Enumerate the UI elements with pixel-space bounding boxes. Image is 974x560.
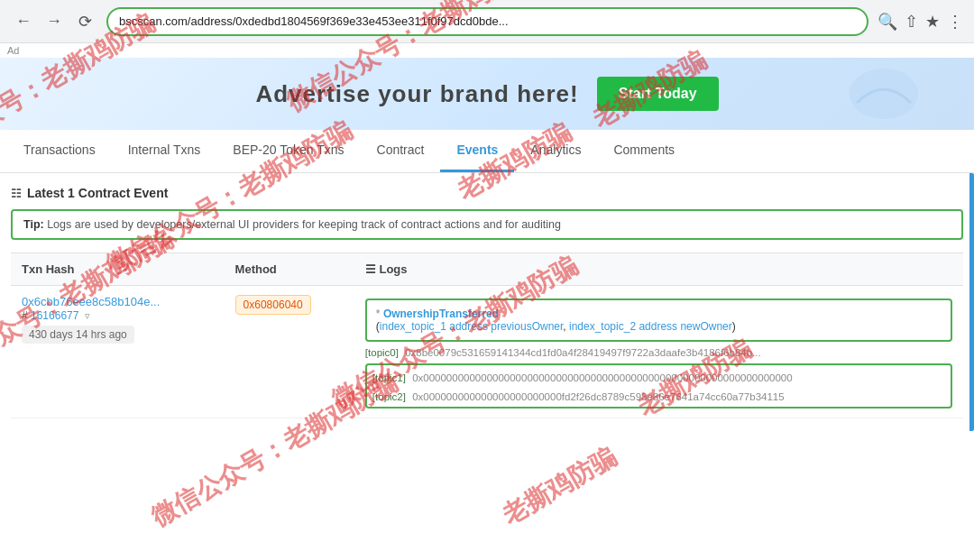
content-wrapper: ☷ Latest 1 Contract Event Tip: Logs are … (0, 173, 974, 431)
share-icon[interactable]: ⇧ (905, 12, 918, 32)
tab-internal-txns[interactable]: Internal Txns (112, 130, 217, 172)
ad-label: Ad (0, 43, 974, 58)
topic0-row: [topic0] 0x8be0079c531659141344cd1fd0a4f… (365, 344, 952, 361)
ad-decoration (848, 67, 920, 121)
ad-cta-button[interactable]: Start Today (597, 77, 719, 111)
param-2: index_topic_2 address newOwner (569, 320, 732, 333)
right-strip (969, 173, 974, 431)
back-button[interactable]: ← (11, 9, 36, 34)
topic1-value: 0x00000000000000000000000000000000000000… (412, 372, 792, 383)
topic1-label: [topic1] (372, 372, 406, 383)
tabs-bar: Transactions Internal Txns BEP-20 Token … (0, 130, 974, 173)
topic2-row: [topic2] 0x000000000000000000000000fd2f2… (372, 389, 945, 405)
search-icon[interactable]: 🔍 (878, 12, 897, 32)
col-logs: ☰ Logs (354, 253, 963, 286)
col-method: Method (225, 253, 354, 286)
block-link[interactable]: 16166677 (31, 309, 78, 322)
bookmark-icon[interactable]: ★ (925, 12, 940, 32)
topic1-row: [topic1] 0x00000000000000000000000000000… (372, 370, 945, 386)
browser-actions: 🔍 ⇧ ★ ⋮ (878, 12, 963, 32)
address-bar[interactable]: bscscan.com/address/0xdedbd1804569f369e3… (106, 7, 868, 36)
block-number-label: # (22, 309, 31, 322)
tip-text: Logs are used by developers/external UI … (47, 218, 561, 231)
tab-analytics[interactable]: Analytics (514, 130, 597, 172)
tab-contract[interactable]: Contract (361, 130, 441, 172)
logs-icon: ☰ (365, 262, 380, 276)
timestamp-badge: 430 days 14 hrs ago (22, 326, 134, 344)
logs-cell: * OwnershipTransferred (index_topic_1 ad… (354, 286, 963, 418)
method-badge: 0x60806040 (235, 295, 311, 315)
ad-banner: Advertise your brand here! Start Today (0, 58, 974, 130)
topic0-value: 0x8be0079c531659141344cd1fd0a4f28419497f… (405, 347, 761, 358)
tab-bep20[interactable]: BEP-20 Token Txns (216, 130, 360, 172)
filter-small-icon: ▿ (85, 310, 90, 321)
logs-box: * OwnershipTransferred (index_topic_1 ad… (365, 298, 952, 342)
tab-events[interactable]: Events (440, 130, 514, 172)
browser-bar: ← → ⟳ bscscan.com/address/0xdedbd1804569… (0, 0, 974, 43)
table-row: 0x6cbb76eee8c58b104e... # 16166677 ▿ 430… (11, 286, 963, 418)
col-txn-hash: Txn Hash (11, 253, 225, 286)
topic0-label: [topic0] (365, 347, 399, 358)
topic2-value: 0x000000000000000000000000fd2f26dc8789c5… (412, 391, 785, 402)
events-table: Txn Hash Method ☰ Logs 0x6cbb76eee8c58b1… (11, 252, 963, 418)
tip-label: Tip: (23, 218, 47, 231)
filter-icon: ☷ (11, 187, 22, 200)
reload-button[interactable]: ⟳ (72, 9, 97, 34)
event-name: OwnershipTransferred (383, 308, 499, 320)
tab-comments[interactable]: Comments (597, 130, 691, 172)
browser-icons: ← → ⟳ (11, 9, 97, 34)
tip-box: Tip: Logs are used by developers/externa… (11, 209, 963, 240)
event-name-line: * OwnershipTransferred (376, 308, 942, 320)
menu-icon[interactable]: ⋮ (947, 12, 963, 32)
svg-point-0 (850, 69, 918, 119)
section-title: ☷ Latest 1 Contract Event (11, 186, 963, 200)
txn-hash-link[interactable]: 0x6cbb76eee8c58b104e... (22, 295, 160, 308)
method-cell: 0x60806040 (225, 286, 354, 418)
ad-headline: Advertise your brand here! (255, 80, 578, 108)
forward-button[interactable]: → (41, 9, 67, 34)
param-1: index_topic_1 address previousOwner (380, 320, 563, 333)
topic1-box: [topic1] 0x00000000000000000000000000000… (365, 363, 952, 409)
url-text: bscscan.com/address/0xdedbd1804569f369e3… (119, 14, 509, 28)
tab-transactions[interactable]: Transactions (7, 130, 112, 172)
event-params-line: (index_topic_1 address previousOwner, in… (376, 320, 942, 333)
content-area: ☷ Latest 1 Contract Event Tip: Logs are … (0, 173, 974, 431)
topic2-label: [topic2] (372, 391, 406, 402)
txn-hash-cell: 0x6cbb76eee8c58b104e... # 16166677 ▿ 430… (11, 286, 225, 418)
